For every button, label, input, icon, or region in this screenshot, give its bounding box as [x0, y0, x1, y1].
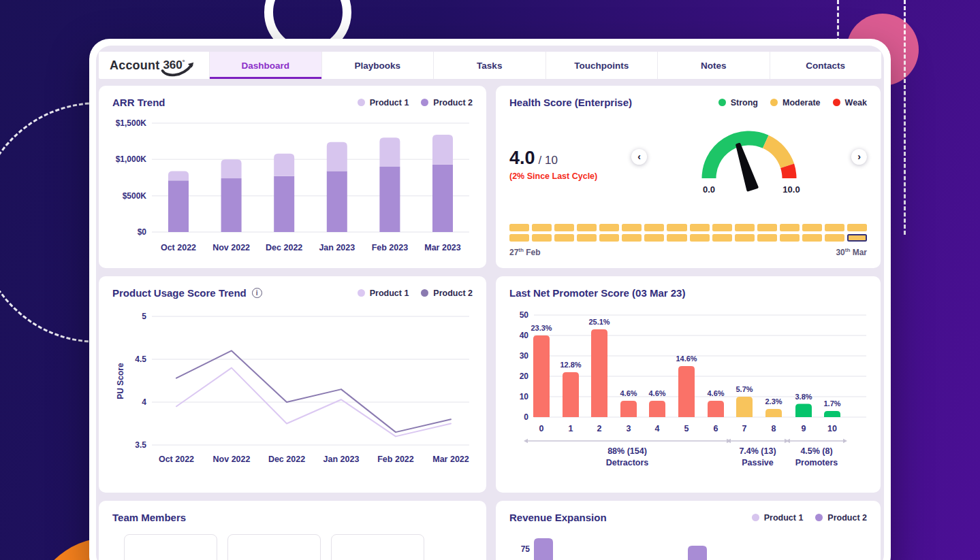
timeline-cell[interactable]	[509, 224, 529, 231]
tab-dashboard[interactable]: Dashboard	[209, 52, 321, 79]
svg-text:$1,000K: $1,000K	[116, 154, 147, 164]
svg-text:7: 7	[742, 424, 747, 433]
logo-degree: °	[183, 59, 185, 65]
timeline-cell[interactable]	[802, 224, 822, 231]
app-window: Account 360° DashboardPlaybooksTasksTouc…	[89, 39, 891, 560]
timeline-cell[interactable]	[554, 224, 574, 231]
nps-bar-0	[533, 335, 550, 417]
legend-label: Product 2	[433, 98, 473, 108]
svg-text:4: 4	[655, 424, 660, 433]
timeline-cell[interactable]	[735, 224, 755, 231]
legend-label: Product 2	[827, 513, 867, 523]
svg-text:25.1%: 25.1%	[588, 318, 610, 326]
legend-dot-product1	[752, 514, 759, 521]
card-arr-trend: ARR Trend Product 1 Product 2 $0$500K$1,…	[99, 86, 486, 268]
timeline-cell[interactable]	[644, 234, 664, 242]
health-timeline-dates: 27th Feb 30th Mar	[509, 247, 867, 257]
info-icon[interactable]: i	[252, 288, 262, 298]
svg-text:Dec 2022: Dec 2022	[266, 243, 302, 252]
team-members-row	[112, 534, 473, 560]
timeline-cell[interactable]	[780, 224, 800, 231]
nps-bar-4	[649, 401, 665, 417]
tab-label: Contacts	[806, 61, 845, 71]
timeline-cell[interactable]	[554, 234, 574, 242]
timeline-cell[interactable]	[780, 234, 800, 242]
revenue-legend: Product 1 Product 2	[752, 513, 867, 523]
timeline-cell[interactable]	[622, 224, 642, 231]
timeline-cell[interactable]	[509, 234, 529, 242]
tab-label: Tasks	[477, 61, 502, 71]
tab-playbooks[interactable]: Playbooks	[321, 52, 434, 79]
revenue-bar-chart-partial: 75	[509, 527, 869, 560]
arr-bar-product2	[327, 171, 347, 232]
timeline-cell[interactable]	[847, 224, 867, 231]
svg-text:$1,500K: $1,500K	[116, 118, 147, 128]
card-usage-trend: Product Usage Score Trend i Product 1 Pr…	[99, 276, 486, 493]
health-timeline	[509, 224, 867, 242]
health-score-title: Health Score (Enterprise)	[509, 97, 632, 108]
svg-text:20: 20	[520, 372, 529, 381]
svg-text:6: 6	[714, 424, 718, 433]
team-members-title: Team Members	[112, 512, 186, 523]
nps-title: Last Net Promoter Score (03 Mar 23)	[509, 287, 685, 299]
tab-notes[interactable]: Notes	[657, 52, 770, 79]
arr-bar-product2	[221, 178, 242, 232]
arr-bar-product2	[168, 180, 189, 232]
tab-touchpoints[interactable]: Touchpoints	[546, 52, 658, 79]
tab-tasks[interactable]: Tasks	[433, 52, 546, 79]
svg-text:10.0: 10.0	[783, 184, 800, 195]
svg-text:Oct 2022: Oct 2022	[159, 455, 194, 464]
svg-text:23.3%: 23.3%	[531, 324, 552, 332]
timeline-cell[interactable]	[599, 224, 619, 231]
timeline-cell[interactable]	[644, 224, 664, 231]
svg-text:3.5: 3.5	[135, 440, 146, 450]
timeline-cell[interactable]	[757, 234, 777, 242]
tab-label: Notes	[701, 61, 727, 71]
svg-text:4.6%: 4.6%	[648, 389, 665, 397]
nps-bar-6	[708, 401, 724, 417]
timeline-cell[interactable]	[712, 234, 732, 242]
timeline-cell[interactable]	[802, 234, 822, 242]
arr-bar-product1	[274, 154, 294, 176]
legend-dot-moderate	[770, 99, 778, 106]
timeline-cell[interactable]	[667, 224, 686, 231]
gauge-prev-button[interactable]: ‹	[631, 149, 647, 165]
timeline-cell[interactable]	[577, 234, 597, 242]
tab-contacts[interactable]: Contacts	[770, 52, 882, 79]
timeline-cell[interactable]	[735, 234, 755, 242]
team-member-placeholder	[124, 534, 217, 560]
svg-text:Nov 2022: Nov 2022	[213, 455, 251, 464]
svg-text:Nov 2022: Nov 2022	[212, 243, 250, 252]
arr-stacked-bar-chart: $0$500K$1,000K$1,500KOct 2022Nov 2022Dec…	[112, 112, 472, 257]
timeline-cell[interactable]	[825, 224, 844, 231]
svg-text:Detractors: Detractors	[606, 458, 649, 467]
health-gauge-chart: 0.010.0	[647, 115, 851, 197]
card-health-score: Health Score (Enterprise) Strong Moderat…	[496, 86, 881, 268]
timeline-cell[interactable]	[599, 234, 619, 242]
svg-text:3: 3	[627, 424, 631, 433]
timeline-cell[interactable]	[712, 224, 732, 231]
health-score-value-block: 4.0/ 10 (2% Since Last Cycle)	[509, 148, 597, 181]
timeline-cell[interactable]	[690, 234, 710, 242]
timeline-cell[interactable]	[667, 234, 686, 242]
timeline-cell[interactable]	[690, 224, 710, 231]
timeline-cell[interactable]	[825, 234, 844, 242]
svg-text:4.6%: 4.6%	[707, 389, 724, 397]
timeline-cell[interactable]	[577, 224, 597, 231]
gauge-segment-moderate	[765, 142, 787, 166]
timeline-cell[interactable]	[757, 224, 777, 231]
svg-text:2: 2	[597, 424, 602, 433]
gauge-next-button[interactable]: ›	[851, 149, 867, 165]
timeline-cell[interactable]	[532, 234, 552, 242]
timeline-cell[interactable]	[622, 234, 642, 242]
timeline-cell[interactable]	[532, 224, 552, 231]
nps-bar-10	[824, 411, 840, 417]
timeline-cell-selected[interactable]	[847, 234, 867, 242]
legend-label: Weak	[845, 98, 867, 108]
nps-bar-5	[678, 366, 695, 417]
legend-dot-product2	[815, 514, 823, 521]
svg-text:10: 10	[520, 392, 529, 401]
svg-text:30: 30	[520, 351, 529, 361]
legend-dot-product1	[358, 289, 365, 297]
tab-label: Touchpoints	[574, 61, 629, 71]
